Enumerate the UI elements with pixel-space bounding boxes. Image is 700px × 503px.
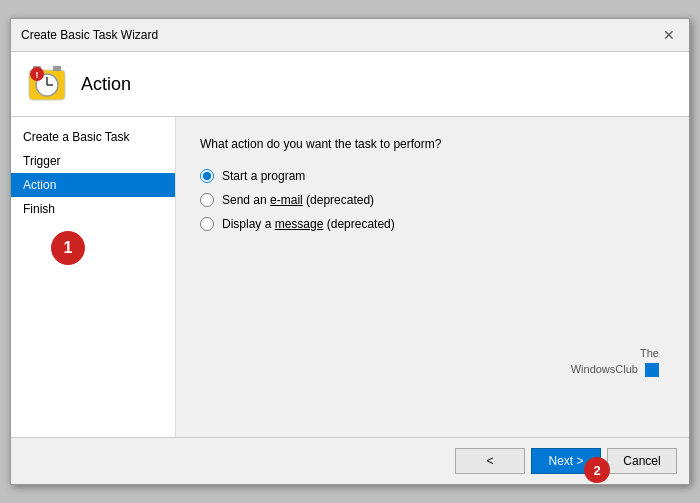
svg-text:!: !: [36, 70, 39, 80]
watermark-box: [645, 363, 659, 377]
watermark-line1: The: [640, 347, 659, 359]
wizard-header: ! Action: [11, 52, 689, 117]
radio-input-display-message[interactable]: [200, 217, 214, 231]
close-button[interactable]: ✕: [659, 25, 679, 45]
dialog-title: Create Basic Task Wizard: [21, 28, 158, 42]
back-button[interactable]: <: [455, 448, 525, 474]
radio-send-email[interactable]: Send an e-mail (deprecated): [200, 193, 665, 207]
question-text: What action do you want the task to perf…: [200, 137, 665, 151]
sidebar: Create a Basic Task Trigger Action Finis…: [11, 117, 176, 437]
svg-rect-5: [53, 66, 61, 71]
step-badge-1: 1: [51, 231, 85, 265]
radio-start-program[interactable]: Start a program: [200, 169, 665, 183]
sidebar-item-create-basic-task: Create a Basic Task: [11, 125, 175, 149]
cancel-button[interactable]: Cancel: [607, 448, 677, 474]
wizard-step-title: Action: [81, 74, 131, 95]
radio-display-message[interactable]: Display a message (deprecated): [200, 217, 665, 231]
watermark-line2: WindowsClub: [571, 363, 638, 375]
radio-label-display-message: Display a message (deprecated): [222, 217, 395, 231]
watermark: The WindowsClub: [571, 346, 659, 377]
radio-input-send-email[interactable]: [200, 193, 214, 207]
title-bar: Create Basic Task Wizard ✕: [11, 19, 689, 52]
radio-group: Start a program Send an e-mail (deprecat…: [200, 169, 665, 231]
footer: < Next > 2 Cancel: [11, 437, 689, 484]
dialog-window: Create Basic Task Wizard ✕ ! Action Crea…: [10, 18, 690, 485]
sidebar-item-finish: Finish: [11, 197, 175, 221]
next-button[interactable]: Next > 2: [531, 448, 601, 474]
radio-label-send-email: Send an e-mail (deprecated): [222, 193, 374, 207]
content-area: Create a Basic Task Trigger Action Finis…: [11, 117, 689, 437]
wizard-header-icon: !: [27, 64, 67, 104]
radio-label-start-program: Start a program: [222, 169, 305, 183]
sidebar-item-trigger: Trigger: [11, 149, 175, 173]
main-content: What action do you want the task to perf…: [176, 117, 689, 437]
sidebar-item-action: Action: [11, 173, 175, 197]
radio-input-start-program[interactable]: [200, 169, 214, 183]
